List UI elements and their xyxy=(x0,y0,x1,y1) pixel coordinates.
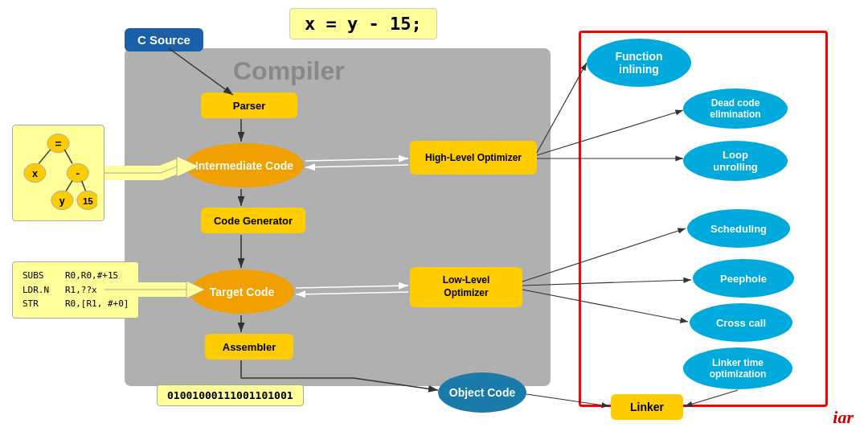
svg-text:15: 15 xyxy=(83,195,93,206)
svg-line-12 xyxy=(66,181,72,191)
diagram-container: Compiler C Source x = y - 15; = x - y 15 xyxy=(0,0,868,440)
svg-line-10 xyxy=(39,150,51,163)
opt-cross-call: Cross call xyxy=(690,303,792,342)
svg-text:x: x xyxy=(32,168,38,179)
intermediate-code-node: Intermediate Code xyxy=(185,143,304,187)
object-code-node: Object Code xyxy=(438,372,526,413)
compiler-box xyxy=(125,48,551,386)
asm-line-3: STR R0,[R1, #+0] xyxy=(23,297,129,311)
c-source-label: C Source xyxy=(125,28,203,51)
linker-node: Linker xyxy=(611,394,683,420)
iar-logo: iar xyxy=(833,407,854,428)
compiler-label: Compiler xyxy=(233,56,345,86)
low-level-optimizer-node: Low-LevelOptimizer xyxy=(410,267,522,307)
ast-tree-svg: = x - y 15 xyxy=(19,132,97,214)
binary-code: 01001000111001101001 xyxy=(157,384,304,406)
svg-text:=: = xyxy=(55,138,62,150)
svg-line-11 xyxy=(64,150,72,163)
opt-peephole: Peephole xyxy=(693,259,794,298)
svg-text:y: y xyxy=(59,195,65,207)
parser-node: Parser xyxy=(201,93,297,118)
code-generator-node: Code Generator xyxy=(201,208,305,233)
ast-tree-box: = x - y 15 xyxy=(12,125,104,221)
high-level-optimizer-node: High-Level Optimizer xyxy=(410,141,537,175)
opt-function-inlining: Functioninlining xyxy=(587,39,691,87)
target-code-node: Target Code xyxy=(190,269,294,314)
svg-line-13 xyxy=(82,181,86,191)
opt-dead-code: Dead codeelimination xyxy=(683,88,788,129)
opt-linker-time: Linker timeoptimization xyxy=(683,347,792,389)
asm-line-2: LDR.N R1,??x xyxy=(23,283,129,298)
code-expression: x = y - 15; xyxy=(289,8,437,39)
opt-scheduling: Scheduling xyxy=(687,209,790,248)
assembler-node: Assembler xyxy=(205,334,293,360)
asm-box: SUBS R0,R0,#+15 LDR.N R1,??x STR R0,[R1,… xyxy=(12,261,139,319)
opt-loop-unrolling: Loopunrolling xyxy=(683,141,788,181)
asm-line-1: SUBS R0,R0,#+15 xyxy=(23,269,129,283)
svg-text:-: - xyxy=(76,167,80,179)
